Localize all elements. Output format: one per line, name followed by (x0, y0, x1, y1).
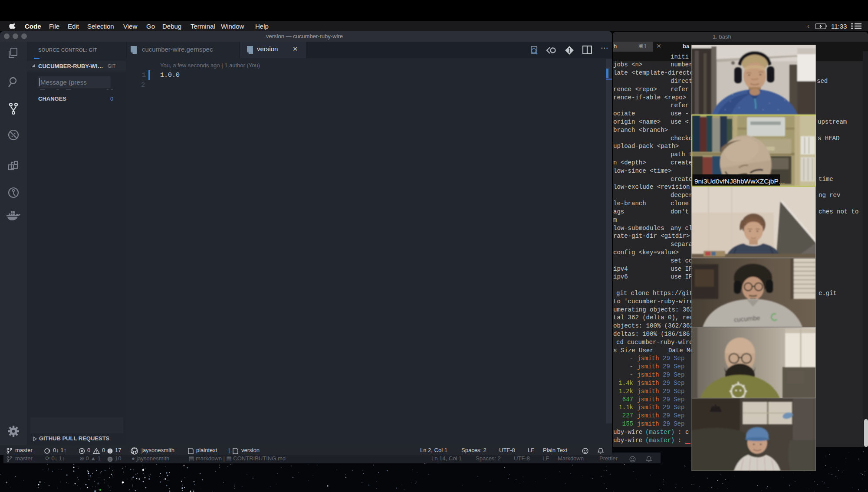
svg-text:9ni3Ud0vfNJ8hbWwXZCjbP…: 9ni3Ud0vfNJ8hbWwXZCjbP… (694, 177, 785, 185)
